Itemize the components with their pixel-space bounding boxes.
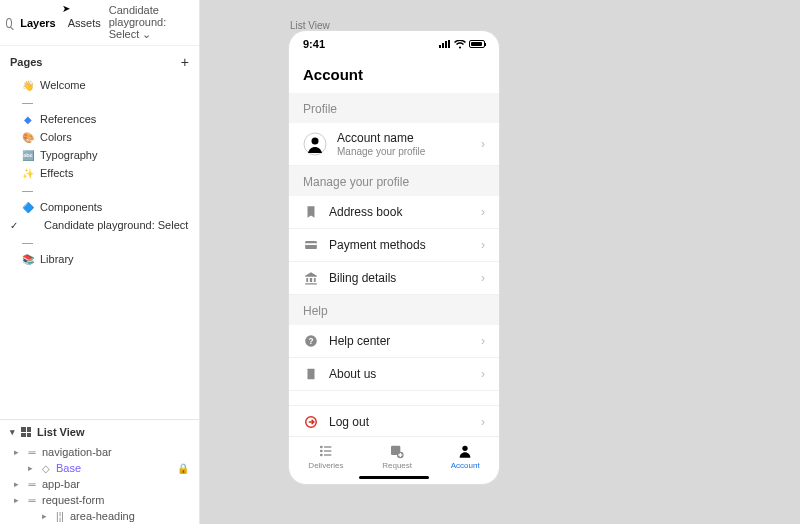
home-indicator [359, 476, 429, 479]
chevron-right-icon: › [481, 205, 485, 219]
page-icon: 📚 [22, 253, 34, 265]
layer-name: Base [56, 462, 81, 474]
chevron-down-icon[interactable]: ▾ [10, 427, 15, 437]
row-title: About us [329, 367, 471, 381]
svg-rect-11 [324, 450, 331, 451]
panel-tabs: Layers Assets ➤ Candidate playground: Se… [0, 0, 199, 46]
svg-point-1 [312, 138, 319, 145]
page-item[interactable]: 🎨Colors [0, 128, 199, 146]
doc-icon [303, 366, 319, 382]
bookmark-icon [303, 204, 319, 220]
row-title: Account name [337, 131, 471, 145]
page-label: Components [40, 201, 102, 213]
layers-header: ▾ List View [0, 420, 199, 444]
page-item[interactable]: ✓Candidate playground: Select [0, 216, 199, 234]
logout-row[interactable]: Log out› [289, 405, 499, 436]
chevron-right-icon: › [481, 271, 485, 285]
layers-section: ▾ List View ▸═navigation-bar▸◇Base🔒▸═app… [0, 419, 199, 524]
chevron-right-icon: › [481, 415, 485, 429]
group-header: Profile [289, 93, 499, 123]
pages-header: Pages + [0, 46, 199, 76]
page-label: Colors [40, 131, 72, 143]
tab-label: Account [451, 461, 480, 470]
tab-request[interactable]: Request [382, 443, 412, 470]
svg-rect-9 [324, 446, 331, 447]
tab-layers[interactable]: Layers [16, 15, 59, 31]
layer-name: request-form [42, 494, 104, 506]
chevron-right-icon[interactable]: ▸ [28, 463, 36, 473]
request-icon [389, 443, 405, 459]
grid-icon [21, 427, 31, 437]
layer-row[interactable]: ▸═request-form [0, 492, 199, 508]
page-icon: ✨ [22, 167, 34, 179]
page-label: Effects [40, 167, 73, 179]
layer-row[interactable]: ▸═app-bar [0, 476, 199, 492]
lock-icon[interactable]: 🔒 [177, 463, 189, 474]
layers-tree: ▸═navigation-bar▸◇Base🔒▸═app-bar▸═reques… [0, 444, 199, 524]
list-row[interactable]: Address book› [289, 196, 499, 229]
page-item[interactable]: 👋Welcome [0, 76, 199, 94]
search-icon[interactable] [6, 18, 12, 28]
page-icon: 🎨 [22, 131, 34, 143]
layer-row[interactable]: ▸═navigation-bar [0, 444, 199, 460]
layer-type-icon: |¦| [54, 511, 66, 522]
svg-rect-13 [324, 454, 331, 455]
wifi-icon [454, 40, 466, 49]
person-icon [303, 132, 327, 156]
page-divider: — [0, 182, 199, 198]
layer-type-icon: ═ [26, 495, 38, 506]
row-title: Biling details [329, 271, 471, 285]
tab-label: Deliveries [308, 461, 343, 470]
layers-title: List View [37, 426, 84, 438]
layer-name: navigation-bar [42, 446, 112, 458]
list-row[interactable]: Payment methods› [289, 229, 499, 262]
tab-assets[interactable]: Assets [64, 15, 105, 31]
svg-rect-3 [305, 243, 317, 245]
status-bar: 9:41 [289, 31, 499, 54]
page-item[interactable]: 📚Library [0, 250, 199, 268]
page-label: References [40, 113, 96, 125]
layer-row[interactable]: ▸◇Base🔒 [0, 460, 199, 476]
layer-type-icon: ═ [26, 447, 38, 458]
chevron-right-icon: › [481, 238, 485, 252]
pages-list: 👋Welcome—◆References🎨Colors🔤Typography✨E… [0, 76, 199, 268]
page-selector[interactable]: Candidate playground: Select ⌄ [109, 4, 191, 41]
list-row[interactable]: Account nameManage your profile› [289, 123, 499, 166]
tab-deliveries[interactable]: Deliveries [308, 443, 343, 470]
svg-point-10 [320, 450, 323, 453]
logout-icon [303, 414, 319, 430]
chevron-right-icon[interactable]: ▸ [42, 511, 50, 521]
page-label: Typography [40, 149, 97, 161]
list-row[interactable]: About us› [289, 358, 499, 391]
battery-icon [469, 40, 485, 48]
chevron-down-icon: ⌄ [142, 28, 151, 40]
row-title: Address book [329, 205, 471, 219]
chevron-right-icon: › [481, 137, 485, 151]
page-item[interactable]: ✨Effects [0, 164, 199, 182]
group-header: Manage your profile [289, 166, 499, 196]
add-page-button[interactable]: + [181, 54, 189, 70]
list-row[interactable]: ?Help center› [289, 325, 499, 358]
page-item[interactable]: 🔷Components [0, 198, 199, 216]
tab-account[interactable]: Account [451, 443, 480, 470]
chevron-right-icon[interactable]: ▸ [14, 447, 22, 457]
page-item[interactable]: 🔤Typography [0, 146, 199, 164]
help-icon: ? [303, 333, 319, 349]
layer-row[interactable]: ▸|¦|area-heading [0, 508, 199, 524]
status-time: 9:41 [303, 38, 325, 50]
bank-icon [303, 270, 319, 286]
canvas[interactable]: List View 9:41 Account ProfileAccount na… [200, 0, 800, 524]
mouse-cursor-icon: ➤ [62, 3, 70, 14]
tab-bar: DeliveriesRequestAccount [289, 436, 499, 472]
page-item[interactable]: ◆References [0, 110, 199, 128]
person-icon [457, 443, 473, 459]
chevron-right-icon: › [481, 367, 485, 381]
chevron-right-icon: › [481, 334, 485, 348]
list-row[interactable]: Biling details› [289, 262, 499, 295]
screen-title: Account [289, 54, 499, 93]
row-subtitle: Manage your profile [337, 146, 471, 157]
chevron-right-icon[interactable]: ▸ [14, 495, 22, 505]
page-icon: 🔤 [22, 149, 34, 161]
layer-name: app-bar [42, 478, 80, 490]
chevron-right-icon[interactable]: ▸ [14, 479, 22, 489]
